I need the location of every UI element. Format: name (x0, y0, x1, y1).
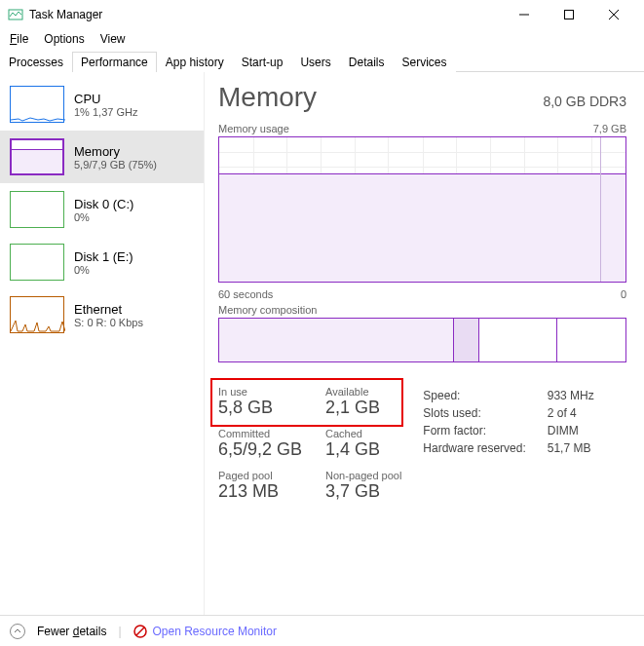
cpu-thumbnail (10, 86, 64, 123)
sidebar-label-memory: Memory (74, 144, 157, 159)
time-axis-right: 0 (621, 288, 626, 300)
svg-line-6 (136, 627, 144, 635)
value-formfactor: DIMM (548, 423, 594, 438)
usage-chart-max: 7,9 GB (593, 123, 626, 134)
taskmanager-icon (8, 7, 23, 22)
hardware-info: Speed:933 MHz Slots used:2 of 4 Form fac… (421, 386, 595, 502)
chevron-up-icon[interactable] (10, 624, 25, 639)
sidebar-sub-cpu: 1% 1,37 GHz (74, 106, 137, 118)
time-axis-left: 60 seconds (218, 288, 273, 300)
memory-stats: In use 5,8 GB Available 2,1 GB Committed… (218, 386, 626, 502)
close-button[interactable] (591, 0, 636, 29)
label-cached: Cached (325, 428, 401, 439)
fewer-details-link[interactable]: Fewer details (37, 625, 106, 638)
label-available: Available (325, 386, 401, 398)
menu-options[interactable]: Options (38, 30, 90, 48)
value-reserved: 51,7 MB (548, 440, 594, 456)
content: CPU 1% 1,37 GHz Memory 5,9/7,9 GB (75%) … (0, 72, 644, 615)
value-available: 2,1 GB (325, 398, 401, 418)
maximize-button[interactable] (547, 0, 591, 29)
memory-spec: 8,0 GB DDR3 (543, 94, 626, 109)
sidebar-sub-disk1: 0% (74, 264, 133, 276)
resource-monitor-icon (133, 625, 147, 638)
sidebar-label-cpu: CPU (74, 92, 137, 106)
tabs: Processes Performance App history Start-… (0, 51, 644, 72)
value-cached: 1,4 GB (325, 439, 401, 460)
sidebar-item-disk1[interactable]: Disk 1 (E:) 0% (0, 236, 204, 288)
ethernet-thumbnail (10, 296, 64, 333)
tab-startup[interactable]: Start-up (233, 52, 292, 72)
page-title: Memory (218, 82, 317, 113)
sidebar-label-disk0: Disk 0 (C:) (74, 197, 133, 211)
sidebar-sub-disk0: 0% (74, 211, 133, 223)
performance-sidebar: CPU 1% 1,37 GHz Memory 5,9/7,9 GB (75%) … (0, 72, 205, 615)
sidebar-item-memory[interactable]: Memory 5,9/7,9 GB (75%) (0, 131, 204, 183)
value-speed: 933 MHz (548, 388, 594, 403)
sidebar-label-ethernet: Ethernet (74, 302, 143, 317)
usage-chart-label: Memory usage (218, 123, 289, 134)
value-committed: 6,5/9,2 GB (218, 439, 302, 460)
menu-file[interactable]: File (4, 30, 34, 48)
value-in-use: 5,8 GB (218, 398, 302, 418)
label-slots: Slots used: (423, 405, 545, 421)
sidebar-sub-ethernet: S: 0 R: 0 Kbps (74, 317, 143, 328)
tab-users[interactable]: Users (291, 52, 339, 72)
composition-label: Memory composition (218, 304, 317, 316)
value-slots: 2 of 4 (548, 405, 594, 421)
label-paged: Paged pool (218, 470, 302, 481)
memory-composition-chart[interactable] (218, 318, 626, 362)
label-nonpaged: Non-paged pool (325, 470, 401, 481)
sidebar-item-cpu[interactable]: CPU 1% 1,37 GHz (0, 78, 204, 131)
tab-details[interactable]: Details (340, 52, 394, 72)
sidebar-label-disk1: Disk 1 (E:) (74, 249, 133, 264)
memory-thumbnail (10, 138, 64, 175)
memory-usage-chart[interactable] (218, 136, 626, 283)
sidebar-item-ethernet[interactable]: Ethernet S: 0 R: 0 Kbps (0, 288, 204, 341)
svg-rect-2 (565, 11, 574, 19)
titlebar: Task Manager (0, 0, 644, 29)
tab-services[interactable]: Services (393, 52, 455, 72)
menubar: File Options View (0, 29, 644, 49)
sidebar-item-disk0[interactable]: Disk 0 (C:) 0% (0, 183, 204, 236)
value-nonpaged: 3,7 GB (325, 481, 401, 502)
label-reserved: Hardware reserved: (423, 440, 545, 456)
open-resource-monitor-link[interactable]: Open Resource Monitor (133, 625, 277, 638)
sidebar-sub-memory: 5,9/7,9 GB (75%) (74, 159, 157, 171)
separator: | (118, 625, 121, 638)
label-in-use: In use (218, 386, 302, 398)
open-resource-monitor-label: Open Resource Monitor (153, 625, 277, 638)
disk0-thumbnail (10, 191, 64, 228)
disk1-thumbnail (10, 244, 64, 281)
label-speed: Speed: (423, 388, 545, 403)
menu-view[interactable]: View (95, 30, 132, 48)
label-committed: Committed (218, 428, 302, 439)
tab-app-history[interactable]: App history (157, 52, 233, 72)
label-formfactor: Form factor: (423, 423, 545, 438)
statusbar: Fewer details | Open Resource Monitor (0, 615, 644, 646)
minimize-button[interactable] (502, 0, 547, 29)
window-title: Task Manager (29, 8, 502, 21)
tab-processes[interactable]: Processes (0, 52, 72, 72)
tab-performance[interactable]: Performance (72, 52, 157, 72)
value-paged: 213 MB (218, 481, 302, 502)
main-panel: Memory 8,0 GB DDR3 Memory usage 7,9 GB 6… (205, 72, 644, 615)
